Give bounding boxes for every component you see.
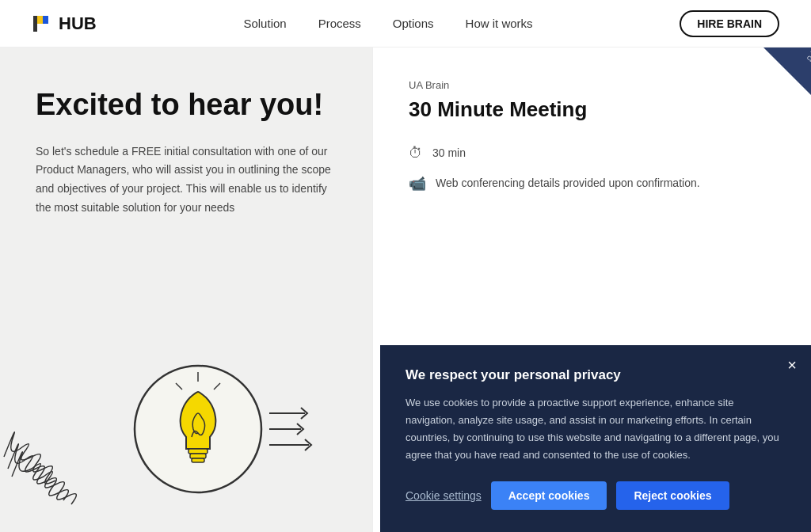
nav-solution[interactable]: Solution (243, 17, 286, 30)
clock-icon: ⏱ (409, 145, 423, 162)
cookie-body: We use cookies to provide a proactive su… (406, 394, 786, 464)
meeting-duration-detail: ⏱ 30 min (409, 144, 775, 162)
svg-rect-0 (33, 16, 37, 32)
left-panel: Excited to hear you! So let's schedule a… (0, 48, 372, 532)
svg-rect-4 (188, 449, 208, 454)
page-description: So let's schedule a FREE initial consult… (36, 142, 337, 218)
svg-rect-5 (190, 454, 206, 458)
corner-badge-text: POWCale (804, 48, 811, 67)
meeting-org: UA Brain (409, 79, 775, 91)
cookie-banner: × We respect your personal privacy We us… (380, 345, 811, 532)
meeting-conferencing-text: Web conferencing details provided upon c… (436, 174, 700, 192)
meeting-duration: 30 min (432, 144, 466, 162)
illustration-area (0, 310, 372, 532)
cookie-settings-button[interactable]: Cookie settings (406, 489, 482, 502)
accept-cookies-button[interactable]: Accept cookies (491, 481, 607, 510)
nav-how-it-works[interactable]: How it works (466, 17, 533, 30)
nav-options[interactable]: Options (393, 17, 434, 30)
svg-rect-1 (37, 16, 43, 24)
reject-cookies-button[interactable]: Reject cookies (616, 481, 729, 510)
logo[interactable]: HUB (32, 13, 97, 35)
cookie-title: We respect your personal privacy (406, 367, 786, 383)
cookie-close-button[interactable]: × (787, 356, 797, 374)
nav-links: Solution Process Options How it works (243, 17, 532, 30)
svg-rect-6 (192, 458, 204, 462)
page-heading: Excited to hear you! (36, 87, 337, 124)
hire-brain-button[interactable]: HIRE BRAIN (680, 10, 779, 37)
cookie-actions: Cookie settings Accept cookies Reject co… (406, 481, 786, 510)
logo-text: HUB (59, 13, 97, 34)
navbar: HUB Solution Process Options How it work… (0, 0, 811, 48)
video-icon: 📹 (409, 175, 426, 192)
meeting-conferencing-detail: 📹 Web conferencing details provided upon… (409, 174, 775, 192)
svg-rect-2 (43, 16, 48, 24)
logo-icon (32, 13, 54, 35)
nav-process[interactable]: Process (318, 17, 361, 30)
meeting-title: 30 Minute Meeting (409, 97, 775, 122)
illustration-svg (0, 310, 372, 532)
